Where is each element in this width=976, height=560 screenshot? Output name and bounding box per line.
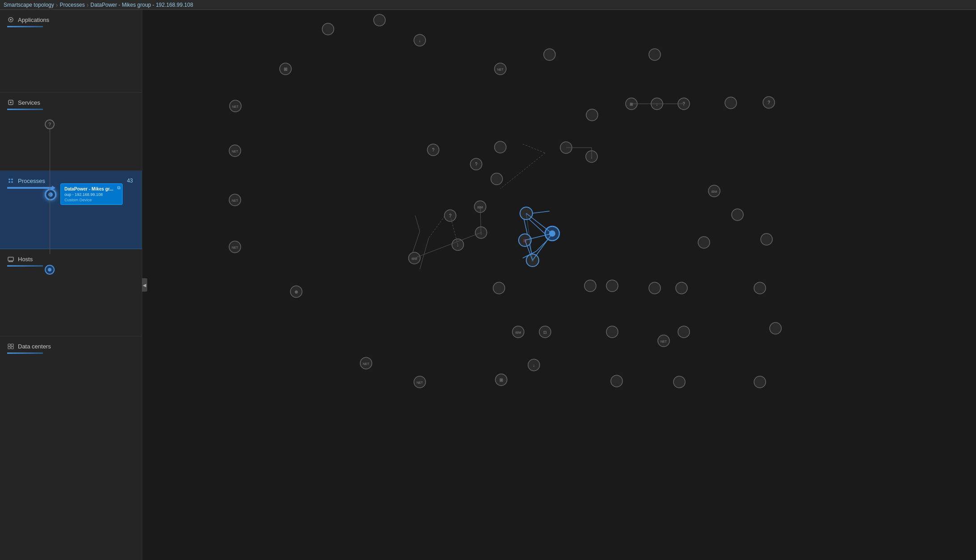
sidebar-section-hosts[interactable]: Hosts: [0, 249, 142, 336]
processes-icon: [7, 177, 14, 184]
breadcrumb-bar: Smartscape topology › Processes › DataPo…: [0, 0, 976, 10]
topology-canvas[interactable]: ↓ ⊞ NET NET NET ? ? ↓ ⊞ ↓ ? NET: [142, 10, 976, 560]
services-vert-line: [50, 129, 50, 205]
svg-point-123: [761, 233, 772, 245]
svg-line-25: [415, 216, 420, 231]
popup-external-link[interactable]: ⧉: [117, 185, 120, 191]
svg-point-33: [544, 49, 555, 60]
breadcrumb-sep-1: ›: [56, 1, 58, 8]
datacenters-icon: [7, 343, 14, 350]
services-header: Services: [7, 99, 135, 106]
breadcrumb-current: DataPower - Mikes group - 192.168.99.108: [90, 2, 193, 8]
svg-point-97: [676, 282, 687, 294]
sidebar: Applications Services ? Processes 43: [0, 10, 142, 560]
svg-point-38: [586, 109, 598, 121]
hosts-bar: [7, 265, 43, 267]
services-title: Services: [18, 99, 40, 106]
svg-text:↓: ↓: [656, 102, 658, 106]
svg-point-94: [584, 280, 596, 292]
services-connector-node: ?: [45, 119, 55, 129]
svg-rect-8: [8, 257, 13, 261]
svg-point-122: [732, 209, 743, 221]
svg-text:?: ?: [432, 148, 435, 153]
processes-count: 43: [127, 178, 133, 184]
svg-text:IBM: IBM: [412, 257, 418, 260]
svg-text:NET: NET: [661, 340, 667, 343]
collapse-icon: ◀: [143, 283, 146, 288]
svg-text:⊡: ⊡: [543, 330, 547, 335]
applications-bar: [7, 26, 43, 27]
svg-text:↓: ↓: [533, 363, 535, 368]
svg-text:⊗: ⊗: [294, 289, 298, 294]
datacenters-title: Data centers: [18, 343, 51, 350]
svg-text:⊞: ⊞: [499, 378, 503, 382]
svg-line-88: [414, 233, 481, 258]
svg-text:NET: NET: [232, 150, 239, 153]
svg-text:NET: NET: [232, 199, 239, 202]
svg-point-103: [606, 326, 618, 338]
svg-text:⊞: ⊞: [284, 67, 287, 72]
topology-svg: ↓ ⊞ NET NET NET ? ? ↓ ⊞ ↓ ? NET: [142, 10, 976, 560]
datacenters-header: Data centers: [7, 343, 135, 350]
svg-rect-15: [11, 347, 13, 349]
svg-point-95: [606, 280, 618, 292]
svg-rect-12: [8, 344, 10, 346]
svg-point-96: [649, 282, 661, 294]
svg-point-39: [649, 49, 661, 60]
svg-point-126: [754, 376, 766, 388]
svg-text:NET: NET: [232, 246, 239, 249]
svg-line-16: [523, 144, 545, 153]
svg-rect-13: [11, 344, 13, 346]
node-popup: ⧉ DataPower - Mikes gr... oup - 192.168.…: [60, 183, 123, 205]
sidebar-section-services[interactable]: Services ?: [0, 93, 142, 171]
svg-point-124: [754, 282, 766, 294]
svg-line-18: [429, 213, 447, 238]
services-bar: [7, 109, 43, 110]
svg-text:NET: NET: [363, 362, 370, 365]
datacenters-bar: [7, 352, 43, 354]
hosts-icon: [7, 255, 14, 263]
breadcrumb-processes[interactable]: Processes: [60, 2, 85, 8]
svg-line-19: [420, 238, 429, 269]
processes-vert-line: [50, 200, 50, 254]
svg-point-111: [673, 376, 685, 388]
hosts-node[interactable]: [45, 265, 55, 275]
svg-text:?: ?: [475, 162, 477, 167]
applications-header: Applications: [7, 16, 135, 23]
processes-active-node[interactable]: [45, 189, 56, 200]
sidebar-collapse-button[interactable]: ◀: [142, 278, 147, 292]
svg-point-98: [698, 237, 710, 248]
svg-text:NET: NET: [232, 105, 239, 108]
applications-title: Applications: [18, 17, 49, 23]
hosts-title: Hosts: [18, 256, 33, 263]
svg-point-104: [678, 326, 690, 338]
popup-title: DataPower - Mikes gr...: [64, 186, 113, 192]
breadcrumb-sep-2: ›: [86, 1, 89, 8]
svg-line-73: [526, 213, 552, 233]
processes-title: Processes: [18, 178, 45, 184]
breadcrumb-smartscape[interactable]: Smartscape topology: [4, 2, 54, 8]
applications-icon: [7, 16, 14, 23]
svg-point-27: [322, 23, 334, 35]
svg-point-116: [611, 375, 622, 387]
svg-point-117: [725, 97, 737, 109]
svg-text:NET: NET: [497, 68, 504, 71]
svg-point-125: [770, 322, 781, 334]
svg-line-24: [532, 211, 550, 213]
svg-point-93: [493, 282, 505, 294]
svg-rect-14: [8, 347, 10, 349]
sidebar-section-applications[interactable]: Applications: [0, 10, 142, 93]
popup-type: Custom Device: [64, 198, 113, 202]
svg-point-4: [9, 178, 10, 180]
popup-subtitle: oup - 192.168.99.108: [64, 192, 113, 197]
svg-text:?: ?: [767, 100, 770, 105]
sidebar-section-datacenters[interactable]: Data centers: [0, 336, 142, 408]
svg-point-6: [9, 181, 10, 183]
svg-text:⊞: ⊞: [630, 102, 633, 106]
svg-point-5: [11, 178, 13, 180]
sidebar-section-processes[interactable]: Processes 43 ⧉ DataPower - Mikes gr... o…: [0, 171, 142, 249]
svg-line-17: [500, 153, 545, 189]
hosts-header: Hosts: [7, 255, 135, 263]
svg-text:IBM: IBM: [516, 331, 521, 334]
services-icon: [7, 99, 14, 106]
